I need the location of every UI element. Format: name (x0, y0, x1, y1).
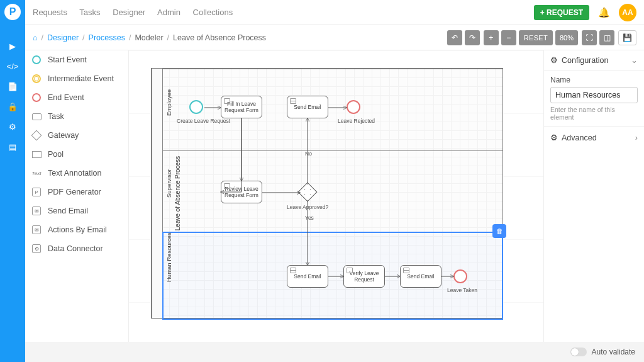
pal-send-email[interactable]: ✉Send Email (25, 201, 128, 220)
nav-designer[interactable]: Designer (113, 8, 145, 17)
crumb-designer[interactable]: Designer (47, 33, 79, 42)
data-connector-icon: ⚙ (32, 244, 41, 253)
lane-human-resources[interactable]: Human Resources 🗑 (163, 232, 502, 319)
caption: Leave Rejected (338, 118, 375, 124)
caption: Leave Approved? (287, 204, 328, 210)
advanced-label: Advanced (562, 133, 597, 142)
lane-employee[interactable]: Employee (163, 69, 502, 150)
task-verify[interactable]: Verify Leave Request (343, 265, 385, 288)
pool-icon (32, 151, 42, 158)
delete-lane-button[interactable]: 🗑 (492, 224, 506, 238)
rail-gear-icon[interactable]: ⚙ (7, 121, 18, 132)
pal-gateway[interactable]: Gateway (25, 126, 128, 145)
rail-doc-icon[interactable]: 📄 (7, 81, 18, 92)
nav-collections[interactable]: Collections (193, 8, 233, 17)
auto-validate-toggle[interactable] (570, 348, 587, 356)
pal-start-event[interactable]: Start Event (25, 50, 128, 69)
pal-label: Actions By Email (48, 225, 107, 234)
rail-lock-icon[interactable]: 🔒 (7, 101, 18, 112)
task-send-email-1[interactable]: Send Email (287, 96, 328, 118)
undo-button[interactable]: ↶ (447, 30, 462, 45)
task-review-form[interactable]: Review Leave Request Form (221, 181, 262, 203)
start-event-icon (32, 55, 41, 64)
nav-links: Requests Tasks Designer Admin Collection… (33, 8, 243, 17)
rail-play-icon[interactable]: ▶ (7, 40, 18, 52)
end-event-taken[interactable] (453, 269, 467, 283)
rail-data-icon[interactable]: ▤ (7, 141, 18, 152)
lane-supervisor[interactable]: Supervisor (163, 150, 502, 232)
chevron-right-icon: › (635, 133, 638, 142)
nav-admin[interactable]: Admin (157, 8, 180, 17)
config-body: Name Enter the name of this element (544, 71, 644, 126)
new-request-button[interactable]: + REQUEST (534, 5, 589, 20)
zoom-level[interactable]: 80% (555, 30, 578, 45)
config-header[interactable]: ⚙ Configuration ⌄ (544, 50, 644, 71)
home-icon[interactable]: ⌂ (33, 33, 38, 42)
pal-end-event[interactable]: End Event (25, 88, 128, 107)
top-nav: Requests Tasks Designer Admin Collection… (25, 0, 644, 25)
name-hint: Enter the name of this element (550, 106, 638, 121)
text-annotation-icon: Text (31, 168, 42, 178)
breadcrumb: ⌂ / Designer / Processes / Modeler / Lea… (33, 33, 266, 42)
rail-code-icon[interactable]: </> (7, 60, 18, 72)
caption: Leave Taken (447, 287, 477, 293)
zoom-in-button[interactable]: + (484, 30, 499, 45)
notifications-icon[interactable]: 🔔 (598, 7, 610, 18)
crumb-processes[interactable]: Processes (89, 33, 125, 42)
auto-validate-label: Auto validate (592, 348, 635, 356)
element-palette: Start Event Intermediate Event End Event… (25, 50, 129, 342)
pal-data-connector[interactable]: ⚙Data Connector (25, 239, 128, 258)
name-label: Name (550, 76, 638, 84)
pal-label: Send Email (48, 206, 88, 215)
app-logo[interactable]: P (4, 4, 21, 20)
sliders-icon: ⚙ (550, 133, 558, 142)
fit-button[interactable]: ⛶ (582, 30, 597, 45)
lane-label: Employee (165, 105, 172, 116)
crumb-modeler: Modeler (135, 33, 163, 42)
task-send-email-3[interactable]: Send Email (400, 265, 441, 288)
pal-label: Start Event (48, 55, 87, 64)
pal-pool[interactable]: Pool (25, 145, 128, 164)
pal-actions-by-email[interactable]: ✉Actions By Email (25, 220, 128, 239)
pool[interactable]: Leave of Absence Process Employee Superv… (151, 68, 503, 319)
end-event-rejected[interactable] (347, 100, 360, 114)
save-button[interactable]: 💾 (618, 30, 636, 45)
user-avatar[interactable]: AA (619, 4, 636, 21)
nav-requests[interactable]: Requests (33, 8, 67, 17)
zoom-out-button[interactable]: − (501, 30, 516, 45)
sub-toolbar: ⌂ / Designer / Processes / Modeler / Lea… (25, 25, 644, 50)
intermediate-event-icon (32, 74, 41, 83)
crumb-process-name: Leave of Absence Process (173, 33, 266, 42)
name-input[interactable] (550, 87, 638, 103)
config-panel: ⚙ Configuration ⌄ Name Enter the name of… (543, 50, 644, 342)
pool-title-bar[interactable] (152, 69, 163, 318)
redo-button[interactable]: ↷ (465, 30, 480, 45)
minimap-button[interactable]: ◫ (599, 30, 614, 45)
task-icon (32, 113, 42, 120)
config-title: Configuration (562, 56, 608, 65)
pal-label: Pool (48, 150, 64, 159)
pal-label: End Event (48, 93, 84, 102)
actions-email-icon: ✉ (32, 225, 41, 234)
end-event-icon (32, 93, 41, 102)
caption: Create Leave Request (177, 118, 230, 124)
pal-label: Task (48, 112, 64, 121)
pal-intermediate-event[interactable]: Intermediate Event (25, 69, 128, 88)
pal-pdf-generator[interactable]: PPDF Generator (25, 183, 128, 201)
bpmn-canvas[interactable]: Leave of Absence Process Employee Superv… (129, 50, 543, 342)
zoom-reset-button[interactable]: RESET (519, 30, 553, 45)
start-event[interactable] (189, 100, 203, 114)
config-advanced[interactable]: ⚙ Advanced › (544, 126, 644, 149)
pdf-icon: P (32, 188, 41, 196)
task-send-email-2[interactable]: Send Email (287, 265, 328, 288)
pal-text-annotation[interactable]: TextText Annotation (25, 164, 128, 183)
lane-label: Human Resources (165, 271, 172, 282)
pal-label: Text Annotation (48, 169, 101, 178)
pal-task[interactable]: Task (25, 107, 128, 126)
lane-label: Supervisor (165, 186, 172, 198)
pal-label: Intermediate Event (48, 74, 114, 83)
task-fill-form[interactable]: Fill In Leave Request Form (221, 96, 262, 118)
gear-icon: ⚙ (550, 55, 558, 65)
caption-yes: Yes (305, 215, 314, 221)
nav-tasks[interactable]: Tasks (79, 8, 100, 17)
